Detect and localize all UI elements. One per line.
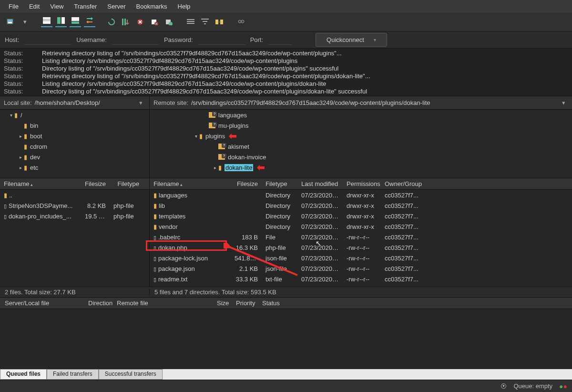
list-item[interactable]: ▯dokan.php 16.3 KB php-file 07/23/2020 .… xyxy=(150,242,572,253)
reconnect-icon[interactable] xyxy=(163,17,174,27)
folder-icon: ▮ xyxy=(218,164,222,171)
queue-body[interactable] xyxy=(0,309,572,369)
message-log[interactable]: Status:Retrieving directory listing of "… xyxy=(0,49,572,96)
local-site-dropdown-icon[interactable]: ▾ xyxy=(136,99,145,106)
tree-item[interactable]: mu-plugins xyxy=(150,120,572,131)
expand-icon[interactable]: ▾ xyxy=(8,113,14,118)
folder-unknown-icon xyxy=(209,112,215,118)
expand-icon[interactable]: ▸ xyxy=(212,165,218,170)
refresh-icon[interactable] xyxy=(106,17,117,27)
search-icon[interactable] xyxy=(235,17,247,27)
tree-item-label: languages xyxy=(218,112,247,119)
toggle-queue-icon[interactable] xyxy=(70,17,81,27)
port-input[interactable] xyxy=(268,35,292,45)
queue-col-direction[interactable]: Direction xyxy=(83,299,112,307)
expand-icon[interactable]: ▾ xyxy=(193,134,199,139)
column-header[interactable]: Filetype xyxy=(262,180,297,187)
expand-icon[interactable]: ▸ xyxy=(17,155,24,160)
toggle-tree-icon[interactable] xyxy=(55,17,67,27)
column-header[interactable]: Filename xyxy=(0,180,81,187)
list-item[interactable]: ▯dokan-pro_includes_... 19.5 KB php-file xyxy=(0,211,149,221)
list-item[interactable]: ▮templates Directory 07/23/2020 ... drwx… xyxy=(150,211,572,221)
list-item[interactable]: ▮lib Directory 07/23/2020 ... drwxr-xr-x… xyxy=(150,200,572,211)
list-item[interactable]: ▮vendor Directory 07/23/2020 ... drwxr-x… xyxy=(150,221,572,232)
expand-icon[interactable]: ▸ xyxy=(17,134,24,139)
local-site-input[interactable] xyxy=(35,99,136,106)
column-header[interactable]: Permissions xyxy=(343,180,381,187)
host-input[interactable] xyxy=(24,35,72,45)
queue-col-file[interactable]: Server/Local file xyxy=(0,299,83,307)
tree-item[interactable]: ▸ ▮ dev xyxy=(0,152,149,162)
tree-item[interactable]: ▸ ▮ dokan-lite⬅ xyxy=(150,162,572,173)
list-item[interactable]: ▯StripeNon3DSPayme... 8.2 KB php-file xyxy=(0,200,149,211)
tree-item[interactable]: akismet xyxy=(150,141,572,152)
site-manager-icon[interactable] xyxy=(5,17,16,27)
compare-icon[interactable] xyxy=(214,17,225,27)
tree-item-label: plugins xyxy=(205,133,225,140)
tree-pane: ▾ ▮ / ▮ bin ▸ ▮ boot ▮ cdrom ▸ ▮ dev ▸ ▮… xyxy=(0,110,572,178)
tree-item[interactable]: dokan-invoice xyxy=(150,152,572,162)
username-input[interactable] xyxy=(112,35,159,45)
expand-icon[interactable]: ▸ xyxy=(17,165,24,170)
process-queue-icon[interactable] xyxy=(120,17,132,27)
column-header[interactable]: Filetype xyxy=(110,180,143,187)
tree-item[interactable]: ▾ ▮ plugins⬅ xyxy=(150,131,572,141)
tree-item[interactable]: ▮ bin xyxy=(0,120,149,131)
queue-col-size[interactable]: Size xyxy=(212,299,231,307)
tree-item[interactable]: ▸ ▮ boot xyxy=(0,131,149,141)
tree-item[interactable]: ▸ ▮ etc xyxy=(0,162,149,173)
filelist-icon[interactable] xyxy=(185,17,196,27)
menu-file[interactable]: File xyxy=(4,1,23,12)
filter-icon[interactable] xyxy=(199,17,211,27)
toggle-log-icon[interactable] xyxy=(41,17,52,27)
dropdown-icon[interactable]: ▾ xyxy=(19,17,31,27)
menu-edit[interactable]: Edit xyxy=(24,1,44,12)
tree-item-label: etc xyxy=(30,164,38,171)
list-item[interactable]: ▯package.json 2.1 KB json-file 07/23/202… xyxy=(150,263,572,274)
menu-server[interactable]: Server xyxy=(102,1,130,12)
list-item[interactable]: ▯package-lock.json 541.8 KB json-file 07… xyxy=(150,253,572,263)
tree-item[interactable]: ▾ ▮ / xyxy=(0,110,149,120)
list-item[interactable]: ▯.babelrc 183 B File 07/23/2020 ... -rw-… xyxy=(150,232,572,242)
menu-bookmarks[interactable]: Bookmarks xyxy=(132,1,172,12)
local-tree[interactable]: ▾ ▮ / ▮ bin ▸ ▮ boot ▮ cdrom ▸ ▮ dev ▸ ▮… xyxy=(0,110,150,178)
remote-tree[interactable]: languages mu-plugins ▾ ▮ plugins⬅ akisme… xyxy=(150,110,572,178)
folder-icon: ▮ xyxy=(199,133,203,140)
local-file-list[interactable]: FilenameFilesizeFiletype ▮.. ▯StripeNon3… xyxy=(0,178,150,287)
column-header[interactable]: Owner/Group xyxy=(381,180,433,187)
tree-item[interactable]: ▮ cdrom xyxy=(0,141,149,152)
column-header[interactable]: Last modified xyxy=(297,180,343,187)
remote-file-list[interactable]: FilenameFilesizeFiletypeLast modifiedPer… xyxy=(150,178,572,287)
tab-failed-transfers[interactable]: Failed transfers xyxy=(47,369,99,380)
local-site-label: Local site: xyxy=(4,99,32,106)
menu-view[interactable]: View xyxy=(45,1,68,12)
quickconnect-button[interactable]: Quickconnect xyxy=(316,33,387,47)
cancel-icon[interactable] xyxy=(134,17,146,27)
sync-browsing-icon[interactable] xyxy=(84,17,95,27)
remote-site-input[interactable] xyxy=(191,99,559,106)
queue-col-priority[interactable]: Priority xyxy=(231,299,257,307)
list-item[interactable]: ▮.. xyxy=(0,190,149,200)
queue-col-remote[interactable]: Remote file xyxy=(112,299,212,307)
list-item[interactable]: ▯readme.txt 33.3 KB txt-file 07/23/2020 … xyxy=(150,274,572,284)
disconnect-icon[interactable] xyxy=(149,17,160,27)
column-header[interactable]: Filesize xyxy=(231,180,262,187)
tree-item[interactable]: languages xyxy=(150,110,572,120)
queue-col-status[interactable]: Status xyxy=(257,299,285,307)
list-item[interactable]: ▮languages Directory 07/23/2020 ... drwx… xyxy=(150,190,572,200)
menu-transfer[interactable]: Transfer xyxy=(69,1,102,12)
list-status-bar: 2 files. Total size: 27.7 KB 5 files and… xyxy=(0,287,572,298)
column-header[interactable]: Filename xyxy=(150,180,231,187)
remote-site-label: Remote site: xyxy=(153,99,188,106)
password-label: Password: xyxy=(164,36,193,43)
folder-icon: ▮ xyxy=(24,164,27,171)
file-icon: ▯ xyxy=(4,214,7,219)
column-header[interactable]: Filesize xyxy=(81,180,110,187)
remote-site-dropdown-icon[interactable]: ▾ xyxy=(559,99,568,106)
password-input[interactable] xyxy=(198,35,245,45)
menu-help[interactable]: Help xyxy=(173,1,195,12)
tab-queued-files[interactable]: Queued files xyxy=(0,369,47,380)
tab-successful-transfers[interactable]: Successful transfers xyxy=(99,369,163,380)
folder-icon: ▮ xyxy=(14,112,18,119)
svg-rect-22 xyxy=(215,20,218,24)
